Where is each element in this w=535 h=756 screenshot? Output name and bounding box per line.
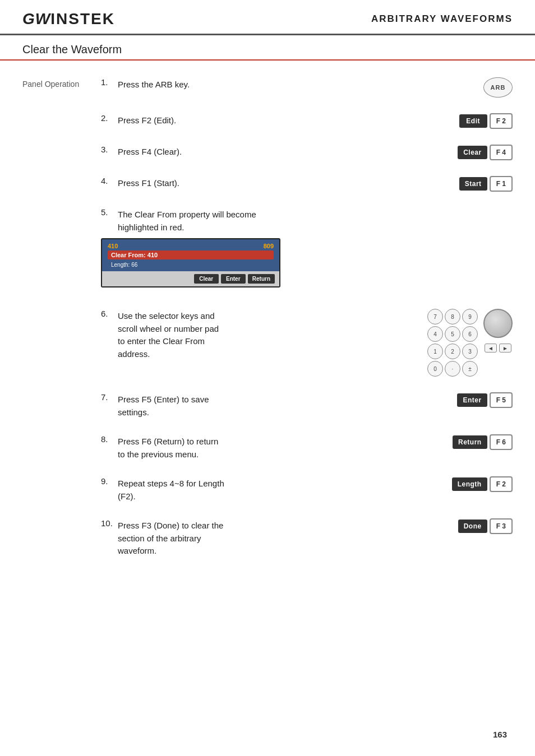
step-text-5: The Clear From property will becomehighl… bbox=[118, 207, 513, 234]
step-text-1: Press the ARB key. bbox=[118, 77, 472, 91]
scroll-wheel[interactable] bbox=[483, 309, 513, 338]
step-1: 1.Press the ARB key.ARB bbox=[101, 77, 513, 98]
fkey-btn-f4[interactable]: F 4 bbox=[490, 145, 513, 160]
main-content: Panel Operation 1.Press the ARB key.ARB2… bbox=[0, 61, 535, 596]
screen-top-left: 410 bbox=[108, 243, 118, 249]
soft-btn-edit[interactable]: Edit bbox=[459, 114, 487, 128]
step-num-7: 7. bbox=[101, 392, 118, 402]
step-text-4: Press F1 (Start). bbox=[118, 176, 448, 190]
panel-operation-row: Panel Operation 1.Press the ARB key.ARB2… bbox=[22, 77, 513, 573]
fkey-btn-f3[interactable]: F 3 bbox=[490, 518, 513, 534]
logo-gw: GW bbox=[22, 10, 50, 27]
step-text-3: Press F4 (Clear). bbox=[118, 145, 446, 159]
step-num-3: 3. bbox=[101, 145, 118, 154]
soft-btn-enter[interactable]: Enter bbox=[457, 393, 487, 407]
step-icon-softkey-8: ReturnF 6 bbox=[453, 434, 513, 450]
step-text-7: Press F5 (Enter) to savesettings. bbox=[118, 392, 446, 419]
step-num-5: 5. bbox=[101, 207, 118, 217]
screen-btn-return[interactable]: Return bbox=[248, 274, 275, 284]
step-icon-softkey-2: EditF 2 bbox=[459, 113, 513, 129]
numpad-key-7[interactable]: 7 bbox=[427, 309, 443, 324]
fkey-btn-f2[interactable]: F 2 bbox=[490, 113, 513, 129]
logo: GWINSTEK bbox=[22, 10, 115, 28]
soft-btn-return[interactable]: Return bbox=[453, 435, 487, 449]
step-num-8: 8. bbox=[101, 434, 118, 444]
arrow-btn-left[interactable]: ◄ bbox=[485, 344, 497, 353]
step-7: 7.Press F5 (Enter) to savesettings.Enter… bbox=[101, 392, 513, 419]
fkey-btn-f6[interactable]: F 6 bbox=[490, 434, 513, 450]
numpad-key-0[interactable]: 0 bbox=[427, 361, 443, 377]
fkey-btn-f2[interactable]: F 2 bbox=[490, 476, 513, 492]
step-4: 4.Press F1 (Start).StartF 1 bbox=[101, 176, 513, 192]
step-num-2: 2. bbox=[101, 113, 118, 123]
numpad-key-8[interactable]: 8 bbox=[445, 309, 460, 324]
steps-container: 1.Press the ARB key.ARB2.Press F2 (Edit)… bbox=[101, 77, 513, 573]
step-num-6: 6. bbox=[101, 309, 118, 318]
step-num-10: 10. bbox=[101, 518, 118, 528]
step-icon-softkey-4: StartF 1 bbox=[459, 176, 513, 192]
step-icon-softkey-10: DoneF 3 bbox=[458, 518, 513, 534]
step-text-10: Press F3 (Done) to clear thesection of t… bbox=[118, 518, 447, 558]
step-text-9: Repeat steps 4~8 for Length(F2). bbox=[118, 476, 441, 503]
step-icon-arb-1: ARB bbox=[483, 77, 513, 98]
fkey-btn-f5[interactable]: F 5 bbox=[490, 392, 513, 408]
step-text-8: Press F6 (Return) to returnto the previo… bbox=[118, 434, 441, 461]
step-8: 8.Press F6 (Return) to returnto the prev… bbox=[101, 434, 513, 461]
step-icon-softkey-9: LengthF 2 bbox=[452, 476, 513, 492]
step-num-9: 9. bbox=[101, 476, 118, 486]
panel-label: Panel Operation bbox=[22, 77, 101, 89]
numpad-key-2[interactable]: 2 bbox=[445, 344, 460, 359]
header: GWINSTEK ARBITRARY WAVEFORMS bbox=[0, 0, 535, 35]
numpad-key-4[interactable]: 4 bbox=[427, 326, 443, 342]
arrow-btn-right[interactable]: ► bbox=[499, 344, 511, 353]
screen-mockup: 410809Clear From: 410Length: 66ClearEnte… bbox=[101, 238, 280, 287]
screen-mockup-wrapper: 410809Clear From: 410Length: 66ClearEnte… bbox=[101, 238, 513, 293]
section-title: Clear the Waveform bbox=[0, 35, 535, 61]
numpad-key-9[interactable]: 9 bbox=[462, 309, 478, 324]
numpad: 7894561230·± bbox=[427, 309, 478, 377]
step-text-2: Press F2 (Edit). bbox=[118, 113, 448, 127]
arrow-buttons: ◄► bbox=[485, 344, 511, 353]
step-5: 5.The Clear From property will becomehig… bbox=[101, 207, 513, 293]
soft-btn-start[interactable]: Start bbox=[459, 177, 487, 191]
screen-top-row: 410809 bbox=[108, 243, 274, 251]
step-9: 9.Repeat steps 4~8 for Length(F2).Length… bbox=[101, 476, 513, 503]
screen-btn-clear[interactable]: Clear bbox=[194, 274, 219, 284]
step-icon-softkey-3: ClearF 4 bbox=[458, 145, 513, 160]
step-text-6: Use the selector keys andscroll wheel or… bbox=[118, 309, 416, 360]
numpad-key-3[interactable]: 3 bbox=[462, 344, 478, 359]
step-3: 3.Press F4 (Clear).ClearF 4 bbox=[101, 145, 513, 160]
step-num-4: 4. bbox=[101, 176, 118, 185]
soft-btn-length[interactable]: Length bbox=[452, 477, 487, 491]
page-number: 163 bbox=[493, 730, 507, 739]
screen-top-right: 809 bbox=[264, 243, 274, 249]
step-2: 2.Press F2 (Edit).EditF 2 bbox=[101, 113, 513, 129]
numpad-key-5[interactable]: 5 bbox=[445, 326, 460, 342]
arb-button[interactable]: ARB bbox=[483, 77, 513, 98]
screen-highlight-row: Clear From: 410 bbox=[108, 251, 274, 259]
step-icon-numpad-6: 7894561230·±◄► bbox=[427, 309, 513, 377]
fkey-btn-f1[interactable]: F 1 bbox=[490, 176, 513, 192]
numpad-key-1[interactable]: 1 bbox=[427, 344, 443, 359]
soft-btn-clear[interactable]: Clear bbox=[458, 146, 487, 159]
page-header-title: ARBITRARY WAVEFORMS bbox=[371, 13, 513, 25]
step-6: 6.Use the selector keys andscroll wheel … bbox=[101, 309, 513, 377]
numpad-key-6[interactable]: 6 bbox=[462, 326, 478, 342]
numpad-key-±[interactable]: ± bbox=[462, 361, 478, 377]
logo-instek: INSTEK bbox=[50, 10, 115, 27]
screen-btn-enter[interactable]: Enter bbox=[221, 274, 246, 284]
screen-length-row: Length: 66 bbox=[108, 261, 274, 269]
numpad-key-·[interactable]: · bbox=[445, 361, 460, 377]
step-10: 10.Press F3 (Done) to clear thesection o… bbox=[101, 518, 513, 558]
step-icon-softkey-7: EnterF 5 bbox=[457, 392, 513, 408]
screen-button-row: ClearEnterReturn bbox=[102, 271, 279, 286]
soft-btn-done[interactable]: Done bbox=[458, 520, 487, 533]
step-num-1: 1. bbox=[101, 77, 118, 87]
